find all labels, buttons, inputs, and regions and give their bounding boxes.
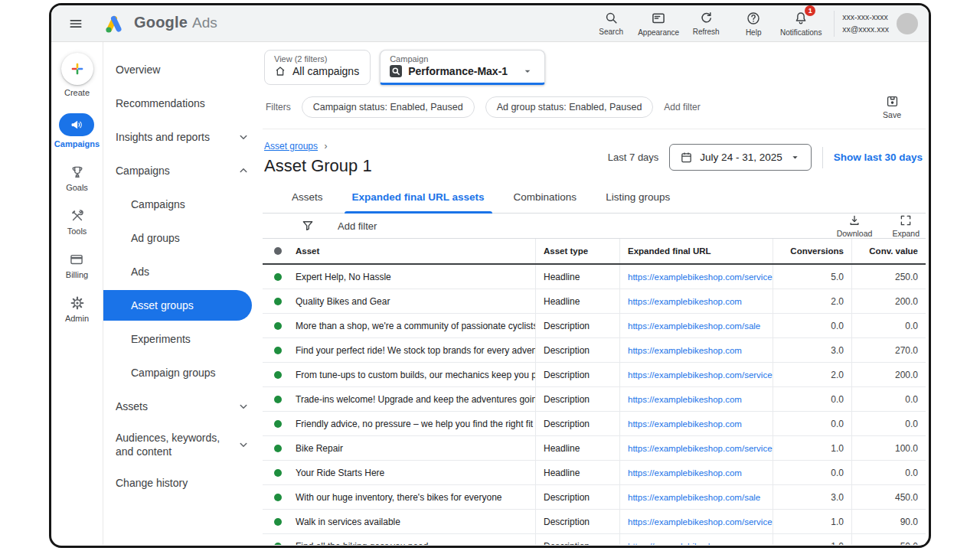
table-row[interactable]: Bike Repair Headline https://examplebike… xyxy=(263,436,926,461)
help-button[interactable]: Help xyxy=(730,11,777,37)
col-expanded-final-url[interactable]: Expanded final URL xyxy=(619,239,773,263)
expanded-final-url-link[interactable]: https://examplebikeshop.com xyxy=(628,346,742,355)
rail-item-billing[interactable]: Billing xyxy=(66,252,88,279)
refresh-button[interactable]: Refresh xyxy=(682,11,730,36)
asset-type-cell: Description xyxy=(535,534,619,545)
show-last-30-days-link[interactable]: Show last 30 days xyxy=(834,152,923,163)
save-button[interactable]: Save xyxy=(883,94,901,119)
nav-audiences-keywords-content[interactable]: Audiences, keywords, and content xyxy=(103,423,261,466)
table-row[interactable]: Your Ride Starts Here Headline https://e… xyxy=(263,461,926,485)
add-filter-link[interactable]: Add filter xyxy=(664,102,700,112)
status-enabled-icon xyxy=(274,494,282,501)
add-filter-button[interactable]: Add filter xyxy=(301,219,377,233)
breadcrumb[interactable]: Asset groups xyxy=(264,141,318,152)
trophy-icon xyxy=(70,165,85,180)
nav-sub-campaigns[interactable]: Campaigns xyxy=(103,187,261,221)
expanded-final-url-link[interactable]: https://examplebikeshop.com xyxy=(628,419,742,429)
nav-ads[interactable]: Ads xyxy=(103,255,261,289)
nav-experiments[interactable]: Experiments xyxy=(103,322,261,356)
table-row[interactable]: With our huge inventory, there's bikes f… xyxy=(263,485,926,510)
expanded-final-url-link[interactable]: https://examplebikeshop.com/services xyxy=(628,272,773,282)
expanded-final-url-link[interactable]: https://examplebikeshop.com/services xyxy=(628,370,773,380)
expanded-final-url-link[interactable]: https://examplebikeshop.com xyxy=(628,395,742,404)
col-asset-type[interactable]: Asset type xyxy=(535,239,619,263)
expanded-final-url-link[interactable]: https://examplebikeshop.com/sale xyxy=(628,493,760,502)
table-row[interactable]: Walk in services available Description h… xyxy=(263,510,926,534)
nav-change-history[interactable]: Change history xyxy=(103,466,261,500)
filters-label: Filters xyxy=(266,102,291,112)
campaign-selector[interactable]: Campaign Performance-Max-1 xyxy=(380,50,545,85)
download-button[interactable]: Download xyxy=(837,214,873,238)
conversions-cell: 1.0 xyxy=(773,436,851,460)
table-row[interactable]: Find all the biking gear you need Descri… xyxy=(263,534,926,545)
google-ads-logo: Google Ads xyxy=(103,14,217,34)
create-circle[interactable] xyxy=(61,53,93,85)
expanded-final-url-link[interactable]: https://examplebikeshop.com/sale xyxy=(628,321,760,331)
nav-campaign-groups[interactable]: Campaign groups xyxy=(103,356,261,390)
tools-icon xyxy=(70,208,85,223)
table-header-row: Asset Asset type Expanded final URL Conv… xyxy=(263,239,926,265)
table-body: Expert Help, No Hassle Headline https://… xyxy=(263,265,926,545)
table-row[interactable]: More than a shop, we're a community of p… xyxy=(263,314,926,338)
rail-item-tools[interactable]: Tools xyxy=(67,208,87,236)
notifications-button[interactable]: 1 Notifications xyxy=(777,11,825,37)
filter-chip-ad-group-status[interactable]: Ad group status: Enabled, Paused xyxy=(485,96,654,118)
table-row[interactable]: Trade-ins welcome! Upgrade and keep the … xyxy=(263,387,926,412)
help-label: Help xyxy=(746,28,762,37)
rail-item-admin[interactable]: Admin xyxy=(65,295,89,323)
table-row[interactable]: Find your perfect ride! We stock top bra… xyxy=(263,338,926,363)
create-button[interactable]: Create xyxy=(61,53,93,97)
rail-item-goals[interactable]: Goals xyxy=(66,165,88,192)
nav-overview[interactable]: Overview xyxy=(103,53,261,86)
table-row[interactable]: Expert Help, No Hassle Headline https://… xyxy=(263,265,926,289)
col-conversions[interactable]: Conversions xyxy=(773,239,851,263)
notifications-label: Notifications xyxy=(780,28,822,37)
tab-listing-groups[interactable]: Listing groups xyxy=(593,182,682,213)
view-selector[interactable]: View (2 filters) All campaigns xyxy=(264,50,371,85)
search-button[interactable]: Search xyxy=(587,11,635,36)
expand-button[interactable]: Expand xyxy=(892,214,920,238)
table-row[interactable]: Friendly advice, no pressure – we help y… xyxy=(263,412,926,436)
tab-combinations[interactable]: Combinations xyxy=(501,182,590,213)
expanded-final-url-link[interactable]: https://examplebikeshop.com/services xyxy=(628,444,773,453)
nav-campaigns[interactable]: Campaigns xyxy=(103,154,261,187)
megaphone-icon xyxy=(70,118,83,132)
expanded-final-url-link[interactable]: https://examplebikeshop.com xyxy=(628,542,742,546)
nav-ad-groups[interactable]: Ad groups xyxy=(103,221,261,255)
date-range-picker[interactable]: July 24 - 31, 2025 xyxy=(669,144,811,171)
rail-item-campaigns[interactable]: Campaigns xyxy=(54,113,100,148)
tab-assets[interactable]: Assets xyxy=(279,182,335,213)
col-asset[interactable]: Asset xyxy=(296,246,319,256)
date-divider xyxy=(822,147,823,168)
conv-value-cell: 100.0 xyxy=(851,436,926,460)
nav-assets[interactable]: Assets xyxy=(103,390,261,423)
asset-text: Quality Bikes and Gear xyxy=(296,296,390,307)
conversions-cell: 0.0 xyxy=(773,387,851,411)
nav-insights-and-reports[interactable]: Insights and reports xyxy=(103,120,261,154)
col-conv-value[interactable]: Conv. value xyxy=(851,239,926,263)
notifications-badge: 1 xyxy=(805,5,815,16)
menu-icon[interactable] xyxy=(68,16,83,31)
appearance-button[interactable]: Appearance xyxy=(635,11,682,37)
asset-text: Find your perfect ride! We stock top bra… xyxy=(296,345,535,356)
account-info[interactable]: xxx-xxx-xxxx xx@xxxx.xxx xyxy=(842,11,889,34)
campaigns-pill[interactable] xyxy=(59,113,94,136)
expanded-final-url-link[interactable]: https://examplebikeshop.com/services xyxy=(628,517,773,527)
expanded-final-url-link[interactable]: https://examplebikeshop.com xyxy=(628,297,742,306)
filter-chip-campaign-status[interactable]: Campaign status: Enabled, Paused xyxy=(302,96,475,118)
date-range-value: July 24 - 31, 2025 xyxy=(700,152,782,163)
table-row[interactable]: Quality Bikes and Gear Headline https://… xyxy=(263,289,926,314)
status-column-icon xyxy=(274,247,282,255)
chevron-up-icon xyxy=(237,164,250,178)
status-enabled-icon xyxy=(274,371,282,379)
conv-value-cell: 250.0 xyxy=(851,265,926,289)
rail-campaigns-label: Campaigns xyxy=(54,139,100,148)
expand-icon xyxy=(899,214,913,227)
tab-expanded-final-url-assets[interactable]: Expanded final URL assets xyxy=(340,182,497,213)
avatar[interactable] xyxy=(897,13,918,34)
table-row[interactable]: From tune-ups to custom builds, our mech… xyxy=(263,363,926,387)
expanded-final-url-link[interactable]: https://examplebikeshop.com xyxy=(628,468,742,478)
nav-recommendations[interactable]: Recommendations xyxy=(103,86,261,120)
nav-asset-groups-selected[interactable]: Asset groups xyxy=(103,290,252,321)
asset-text: Friendly advice, no pressure – we help y… xyxy=(296,419,533,429)
